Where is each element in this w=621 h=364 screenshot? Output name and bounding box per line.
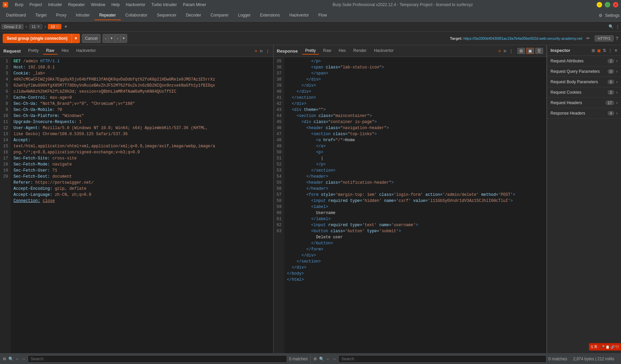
inspector-icon-panel[interactable]: ▣ (597, 48, 601, 53)
sougou-btn2[interactable]: 🔗 (611, 345, 615, 349)
tab-10-close[interactable]: ✕ (56, 25, 59, 28)
nav-tab-target[interactable]: Target (31, 11, 51, 20)
request-tab-raw[interactable]: Raw (43, 47, 58, 55)
response-tab-hex[interactable]: Hex (335, 47, 349, 55)
right-search-input[interactable] (338, 355, 546, 363)
right-status-icon-settings[interactable]: ⚙ (313, 357, 317, 361)
menu-repeater[interactable]: Repeater (65, 2, 87, 8)
left-status-arrow-forward[interactable]: → (22, 357, 26, 361)
request-tab-pretty[interactable]: Pretty (25, 47, 42, 55)
sougou-mic[interactable]: 🎤 (600, 345, 604, 349)
nav-tab-hackvertor[interactable]: Hackvertor (285, 11, 314, 20)
nav-arrow-down[interactable]: ▾ (109, 35, 115, 41)
request-tab-hex[interactable]: Hex (58, 47, 72, 55)
help-icon[interactable]: ? (616, 36, 618, 41)
tab-nav-right[interactable]: › (43, 24, 47, 29)
http-version-badge[interactable]: HTTP/1 (595, 35, 614, 41)
nav-tab-flow[interactable]: Flow (314, 11, 332, 20)
response-code-area[interactable]: 3536373839404142434445464748495051525354… (274, 57, 547, 353)
nav-tab-dashboard[interactable]: Dashboard (1, 11, 31, 20)
left-status-icon-search[interactable]: 🔍 (8, 357, 13, 361)
tab-11-close[interactable]: ✕ (37, 25, 40, 28)
inspector-icon-sort[interactable]: ⇅ (603, 48, 606, 53)
repeater-tab-10[interactable]: 10 ✕ (48, 24, 61, 29)
nav-tab-extensions[interactable]: Extensions (255, 11, 285, 20)
inspector-request-attributes[interactable]: Request Attributes 2 › (547, 56, 621, 66)
nav-tab-comparer[interactable]: Comparer (206, 11, 233, 20)
nav-bar: Dashboard Target Proxy Intruder Repeater… (0, 9, 621, 22)
inspector-request-cookies[interactable]: Request Cookies 2 › (547, 87, 621, 98)
response-size-text: 2,874 bytes | 212 millis (569, 357, 618, 361)
inspector-close-icon[interactable]: ✕ (614, 48, 618, 53)
response-wordwrap-icon[interactable]: ≡ (499, 49, 501, 54)
left-status-arrow-back[interactable]: ← (16, 357, 20, 361)
inspector-request-query-params[interactable]: Request Query Parameters 0 › (547, 66, 621, 77)
response-tab-pretty[interactable]: Pretty (302, 47, 319, 55)
send-group-button[interactable]: Send group (single connection) ▼ (3, 34, 80, 43)
nav-tab-proxy[interactable]: Proxy (51, 11, 71, 20)
menu-project[interactable]: Project (27, 2, 45, 8)
inspector-icon-grid[interactable]: ⊞ (592, 48, 595, 53)
request-code-content[interactable]: GET /admin HTTP/1.1 Host: 192.168.0.1 Co… (11, 57, 273, 353)
left-search-input[interactable] (28, 355, 287, 363)
nav-tab-decoder[interactable]: Decoder (181, 11, 206, 20)
repeater-group: Group 2 2 (1, 24, 24, 29)
sougou-btn3[interactable]: 🛡 (616, 345, 619, 349)
left-status-icon-settings[interactable]: ⚙ (3, 357, 6, 361)
response-tab-raw[interactable]: Raw (320, 47, 335, 55)
nav-tab-logger[interactable]: Logger (233, 11, 255, 20)
close-button[interactable]: ✕ (613, 2, 618, 7)
nav-tab-sequencer[interactable]: Sequencer (152, 11, 181, 20)
sougou-widget[interactable]: S 英 · 🎤 📋 🔗 🛡 (589, 343, 621, 351)
inspector-response-headers[interactable]: Response Headers 4 › (547, 108, 621, 119)
response-view-split-icon[interactable]: ⊞ (517, 48, 525, 54)
inspector-icon-dots[interactable]: ⋮ (608, 48, 612, 53)
maximize-button[interactable]: □ (605, 2, 610, 7)
right-status-icon-search[interactable]: 🔍 (319, 357, 324, 361)
nav-arrow-down-2[interactable]: ▾ (121, 35, 127, 41)
add-tab-button[interactable]: + (62, 24, 69, 30)
menu-help[interactable]: Help (109, 2, 122, 8)
menu-turbo-intruder[interactable]: Turbo Intruder (149, 2, 180, 8)
response-view-single-icon[interactable]: ▣ (526, 48, 534, 54)
request-wordwrap-icon[interactable]: ≡ (255, 49, 257, 54)
search-icon[interactable]: 🔍 (609, 24, 614, 29)
response-tab-render[interactable]: Render (350, 47, 370, 55)
nav-tab-intruder[interactable]: Intruder (71, 11, 94, 20)
right-status-arrow-back[interactable]: ← (326, 357, 330, 361)
nav-arrow-left-1[interactable]: ‹ (103, 35, 109, 41)
menu-bar: Burp Project Intruder Repeater Window He… (12, 2, 209, 8)
nav-tab-repeater[interactable]: Repeater (94, 11, 120, 20)
nav-arrow-right-1[interactable]: › (115, 35, 121, 41)
response-tab-hackvertor[interactable]: Hackvertor (371, 47, 397, 55)
repeater-tab-11[interactable]: 11 ✕ (29, 24, 43, 29)
send-button[interactable]: Send group (single connection) (3, 36, 72, 41)
request-ln-icon[interactable]: ln (260, 49, 263, 53)
response-more-icon[interactable]: ⋮ (509, 49, 513, 54)
menu-hackvertor[interactable]: Hackvertor (123, 2, 148, 8)
inspector-title: Inspector (551, 48, 592, 53)
tab-nav-left[interactable]: ‹ (24, 24, 28, 29)
send-dropdown-arrow[interactable]: ▼ (72, 34, 80, 43)
cancel-button[interactable]: Cancel (82, 34, 101, 43)
request-more-icon[interactable]: ⋮ (265, 49, 270, 54)
minimize-button[interactable]: ─ (597, 2, 602, 7)
edit-target-icon[interactable]: ✏ (586, 36, 590, 41)
menu-burp[interactable]: Burp (12, 2, 26, 8)
settings-button[interactable]: ⚙ Settings (599, 13, 620, 18)
request-tab-hackvertor[interactable]: Hackvertor (73, 47, 99, 55)
menu-param-miner[interactable]: Param Miner (180, 2, 209, 8)
menu-window[interactable]: Window (88, 2, 108, 8)
sougou-btn1[interactable]: 📋 (605, 345, 610, 349)
inspector-request-body-params[interactable]: Request Body Parameters 0 › (547, 77, 621, 87)
nav-tab-collaborator[interactable]: Collaborator (121, 11, 152, 20)
target-url-value: https://0a3300ef04358f1ac19a7b4a00be002d… (463, 36, 583, 40)
inspector-request-headers[interactable]: Request Headers 17 › (547, 98, 621, 108)
response-view-rows-icon[interactable]: ☰ (535, 48, 543, 54)
response-ln-icon[interactable]: ln (504, 49, 506, 53)
more-icon[interactable]: ⋮ (616, 24, 620, 29)
response-code-content[interactable]: </p> <span class="lab-status-icon"> </sp… (284, 57, 547, 353)
menu-intruder[interactable]: Intruder (46, 2, 65, 8)
request-code-area[interactable]: 1234567891011121314151617181920 GET /adm… (0, 57, 273, 353)
right-status-arrow-forward[interactable]: → (332, 357, 336, 361)
